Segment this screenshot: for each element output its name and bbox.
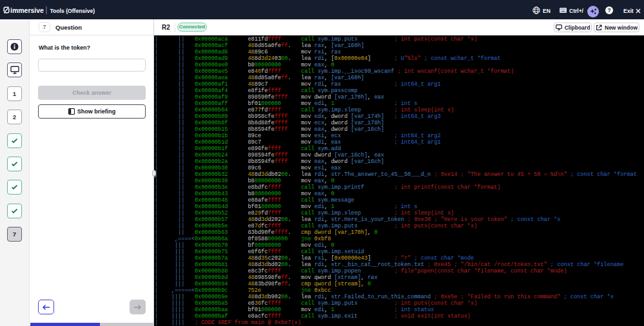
svg-text:?: ? bbox=[607, 7, 611, 14]
